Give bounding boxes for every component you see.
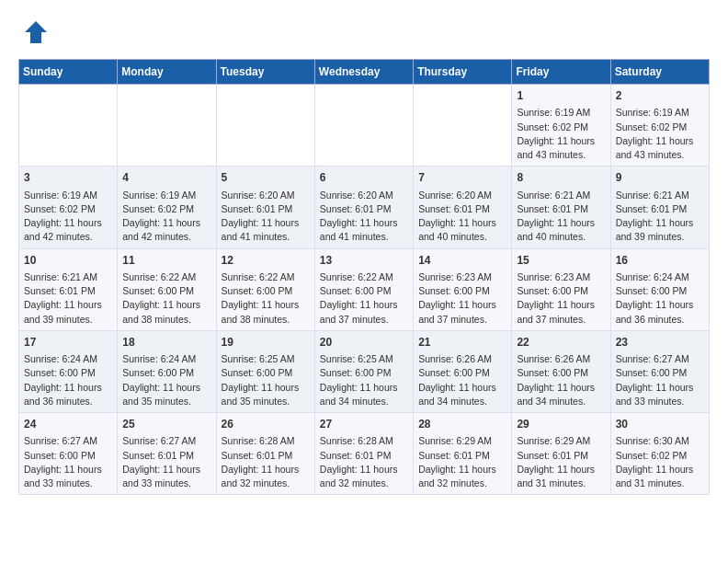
calendar-cell: 18Sunrise: 6:24 AMSunset: 6:00 PMDayligh… <box>118 330 216 412</box>
day-info-line: Daylight: 11 hours and 37 minutes. <box>320 298 408 326</box>
day-info-line: Sunset: 6:00 PM <box>320 366 408 380</box>
calendar-week-3: 10Sunrise: 6:21 AMSunset: 6:01 PMDayligh… <box>19 248 710 330</box>
day-info-line: Sunset: 6:00 PM <box>517 366 605 380</box>
day-number: 24 <box>24 417 112 432</box>
day-info-line: Sunset: 6:01 PM <box>418 202 506 216</box>
day-info-line: Daylight: 11 hours and 40 minutes. <box>517 216 605 244</box>
header-saturday: Saturday <box>610 60 709 85</box>
day-info-line: Daylight: 11 hours and 43 minutes. <box>517 134 605 162</box>
day-number: 6 <box>320 170 408 186</box>
day-number: 13 <box>320 253 408 269</box>
day-info-line: Sunset: 6:01 PM <box>222 449 310 463</box>
calendar-cell: 5Sunrise: 6:20 AMSunset: 6:01 PMDaylight… <box>216 167 314 248</box>
day-info-line: Daylight: 11 hours and 32 minutes. <box>222 463 310 490</box>
day-number: 28 <box>418 417 506 432</box>
calendar-cell <box>314 85 413 167</box>
day-number: 17 <box>24 335 112 350</box>
calendar-cell: 2Sunrise: 6:19 AMSunset: 6:02 PMDaylight… <box>610 85 709 167</box>
day-info-line: Sunset: 6:01 PM <box>320 202 408 216</box>
day-info-line: Sunrise: 6:19 AM <box>122 189 210 202</box>
calendar-cell: 29Sunrise: 6:29 AMSunset: 6:01 PMDayligh… <box>512 413 610 495</box>
header-friday: Friday <box>512 60 610 85</box>
logo <box>18 18 50 50</box>
calendar-cell <box>216 85 314 167</box>
day-info-line: Sunrise: 6:20 AM <box>418 189 506 202</box>
header-tuesday: Tuesday <box>216 60 314 85</box>
calendar-cell: 4Sunrise: 6:19 AMSunset: 6:02 PMDaylight… <box>118 167 216 248</box>
calendar-cell: 30Sunrise: 6:30 AMSunset: 6:02 PMDayligh… <box>610 413 709 495</box>
calendar-cell <box>118 85 216 167</box>
day-number: 7 <box>418 170 506 186</box>
day-number: 14 <box>418 253 506 269</box>
day-info-line: Daylight: 11 hours and 41 minutes. <box>222 216 310 244</box>
calendar-cell: 13Sunrise: 6:22 AMSunset: 6:00 PMDayligh… <box>314 248 413 330</box>
calendar-cell: 27Sunrise: 6:28 AMSunset: 6:01 PMDayligh… <box>314 413 413 495</box>
calendar-week-1: 1Sunrise: 6:19 AMSunset: 6:02 PMDaylight… <box>19 85 710 167</box>
day-info-line: Daylight: 11 hours and 43 minutes. <box>616 134 704 162</box>
header-monday: Monday <box>118 60 216 85</box>
calendar-cell: 12Sunrise: 6:22 AMSunset: 6:00 PMDayligh… <box>216 248 314 330</box>
day-info-line: Sunset: 6:01 PM <box>222 202 310 216</box>
calendar-cell <box>19 85 118 167</box>
day-number: 19 <box>222 335 310 350</box>
day-info-line: Sunset: 6:00 PM <box>320 284 408 298</box>
day-info-line: Daylight: 11 hours and 31 minutes. <box>616 463 704 490</box>
day-info-line: Sunset: 6:01 PM <box>24 284 112 298</box>
calendar-week-5: 24Sunrise: 6:27 AMSunset: 6:00 PMDayligh… <box>19 413 710 495</box>
day-info-line: Sunrise: 6:19 AM <box>24 189 112 202</box>
page-header <box>18 18 710 50</box>
day-info-line: Daylight: 11 hours and 39 minutes. <box>616 216 704 244</box>
day-info-line: Sunset: 6:00 PM <box>222 284 310 298</box>
day-info-line: Sunrise: 6:27 AM <box>616 352 704 366</box>
day-number: 9 <box>616 170 704 186</box>
day-info-line: Daylight: 11 hours and 38 minutes. <box>122 298 210 326</box>
day-info-line: Daylight: 11 hours and 37 minutes. <box>517 298 605 326</box>
day-number: 3 <box>24 170 112 186</box>
calendar-cell: 22Sunrise: 6:26 AMSunset: 6:00 PMDayligh… <box>512 330 610 412</box>
day-info-line: Sunrise: 6:22 AM <box>320 270 408 284</box>
day-info-line: Sunset: 6:00 PM <box>122 366 210 380</box>
day-number: 29 <box>517 417 605 432</box>
day-info-line: Sunset: 6:00 PM <box>517 284 605 298</box>
day-info-line: Sunrise: 6:24 AM <box>122 352 210 366</box>
day-info-line: Sunset: 6:02 PM <box>616 121 704 134</box>
day-info-line: Sunset: 6:00 PM <box>616 366 704 380</box>
day-info-line: Daylight: 11 hours and 40 minutes. <box>418 216 506 244</box>
day-info-line: Sunrise: 6:25 AM <box>320 352 408 366</box>
calendar-week-4: 17Sunrise: 6:24 AMSunset: 6:00 PMDayligh… <box>19 330 710 412</box>
day-info-line: Daylight: 11 hours and 34 minutes. <box>517 381 605 408</box>
day-number: 4 <box>122 170 210 186</box>
day-info-line: Sunset: 6:02 PM <box>24 202 112 216</box>
day-info-line: Sunrise: 6:27 AM <box>122 434 210 448</box>
day-info-line: Daylight: 11 hours and 36 minutes. <box>616 298 704 326</box>
day-info-line: Daylight: 11 hours and 39 minutes. <box>24 298 112 326</box>
day-info-line: Sunrise: 6:30 AM <box>616 434 704 448</box>
logo-icon <box>22 18 50 46</box>
calendar-cell: 8Sunrise: 6:21 AMSunset: 6:01 PMDaylight… <box>512 167 610 248</box>
day-number: 30 <box>616 417 704 432</box>
day-number: 22 <box>517 335 605 350</box>
day-info-line: Sunset: 6:01 PM <box>320 449 408 463</box>
day-info-line: Sunset: 6:00 PM <box>418 366 506 380</box>
calendar-cell: 6Sunrise: 6:20 AMSunset: 6:01 PMDaylight… <box>314 167 413 248</box>
day-info-line: Sunrise: 6:24 AM <box>24 352 112 366</box>
day-info-line: Sunrise: 6:19 AM <box>616 106 704 120</box>
calendar-cell: 24Sunrise: 6:27 AMSunset: 6:00 PMDayligh… <box>19 413 118 495</box>
day-number: 2 <box>616 88 704 104</box>
calendar-cell: 20Sunrise: 6:25 AMSunset: 6:00 PMDayligh… <box>314 330 413 412</box>
header-sunday: Sunday <box>19 60 118 85</box>
day-info-line: Sunrise: 6:28 AM <box>222 434 310 448</box>
day-info-line: Daylight: 11 hours and 31 minutes. <box>517 463 605 490</box>
day-info-line: Sunrise: 6:20 AM <box>222 189 310 202</box>
calendar-cell: 23Sunrise: 6:27 AMSunset: 6:00 PMDayligh… <box>610 330 709 412</box>
day-info-line: Sunrise: 6:28 AM <box>320 434 408 448</box>
day-info-line: Sunset: 6:02 PM <box>616 449 704 463</box>
calendar-cell: 28Sunrise: 6:29 AMSunset: 6:01 PMDayligh… <box>414 413 512 495</box>
day-info-line: Daylight: 11 hours and 33 minutes. <box>122 463 210 490</box>
calendar-cell: 21Sunrise: 6:26 AMSunset: 6:00 PMDayligh… <box>414 330 512 412</box>
calendar-cell: 14Sunrise: 6:23 AMSunset: 6:00 PMDayligh… <box>414 248 512 330</box>
day-info-line: Sunset: 6:00 PM <box>616 284 704 298</box>
day-info-line: Sunset: 6:01 PM <box>616 202 704 216</box>
day-info-line: Sunset: 6:00 PM <box>122 284 210 298</box>
calendar-header-row: SundayMondayTuesdayWednesdayThursdayFrid… <box>19 60 710 85</box>
